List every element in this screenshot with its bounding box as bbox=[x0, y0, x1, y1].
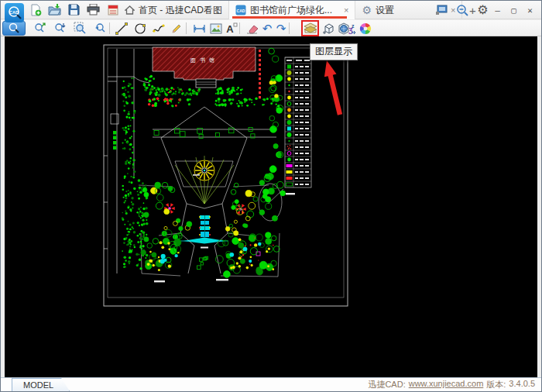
draw-spline-icon[interactable] bbox=[151, 21, 166, 36]
tab-bar: 首页 - 迅捷CAD看图 CAD 图书馆前广场绿化... × ⚙ 设置 × + bbox=[118, 1, 482, 19]
cube-3d-icon[interactable] bbox=[321, 21, 336, 36]
zoom-out-icon[interactable] bbox=[455, 2, 469, 17]
toolbar-separator bbox=[109, 22, 110, 34]
zoom-previous-icon[interactable] bbox=[92, 21, 108, 36]
draw-pencil-icon[interactable] bbox=[169, 21, 184, 36]
status-bar: MODEL 迅捷CAD: www.xunjiecad.com 版本: 3.4.0… bbox=[1, 377, 541, 391]
draw-circle-icon[interactable] bbox=[132, 21, 148, 36]
layer-display-icon[interactable] bbox=[303, 21, 318, 36]
measure-icon[interactable] bbox=[191, 21, 207, 36]
undo-icon[interactable]: ↶ bbox=[259, 21, 275, 36]
toolbar: A ↶ ↷ ʒz bbox=[1, 20, 541, 36]
remote-assist-icon[interactable] bbox=[434, 2, 448, 17]
zoom-in-icon[interactable] bbox=[32, 21, 47, 36]
tab-drawing-close-icon[interactable]: × bbox=[344, 5, 348, 15]
svg-text:CAD: CAD bbox=[237, 9, 245, 13]
svg-text:A: A bbox=[226, 23, 234, 34]
quick-access-toolbar bbox=[29, 3, 119, 16]
redo-icon[interactable]: ↷ bbox=[273, 21, 289, 36]
title-bar: CAD 首页 - 迅捷CAD看图 bbox=[1, 1, 541, 19]
toolbar-separator bbox=[186, 22, 187, 34]
zoom-window-icon[interactable] bbox=[72, 21, 87, 36]
version-label: 版本: bbox=[486, 379, 506, 390]
svg-text:CAD: CAD bbox=[9, 9, 19, 14]
cad-file-icon: CAD bbox=[235, 5, 246, 15]
website-link[interactable]: www.xunjiecad.com bbox=[409, 379, 484, 390]
tab-home[interactable]: 首页 - 迅捷CAD看图 bbox=[118, 1, 229, 19]
toolbar-separator bbox=[289, 22, 290, 34]
close-button[interactable]: ✕ bbox=[522, 1, 538, 19]
draw-line-icon[interactable] bbox=[114, 21, 129, 36]
open-folder-icon[interactable] bbox=[48, 3, 61, 16]
model-tab[interactable]: MODEL bbox=[12, 378, 70, 391]
maximize-button[interactable]: ▢ bbox=[506, 1, 522, 19]
print-icon[interactable] bbox=[87, 3, 100, 16]
layer-display-tooltip: 图层显示 bbox=[310, 43, 358, 60]
status-right: 迅捷CAD: www.xunjiecad.com 版本: 3.4.0.5 bbox=[368, 379, 535, 390]
minimize-button[interactable]: – bbox=[489, 1, 506, 19]
tab-drawing-label: 图书馆前广场绿化... bbox=[250, 4, 332, 17]
zoom-cursor-icon[interactable] bbox=[52, 21, 67, 36]
insert-text-icon[interactable]: A bbox=[224, 21, 239, 36]
insert-image-icon[interactable] bbox=[208, 21, 224, 36]
tab-settings-label: 设置 bbox=[376, 4, 394, 17]
svg-text:z: z bbox=[352, 23, 355, 29]
home-icon bbox=[125, 5, 135, 15]
tab-home-label: 首页 - 迅捷CAD看图 bbox=[139, 4, 222, 17]
pan-zoom-tool-selected[interactable] bbox=[2, 21, 26, 36]
background-color-icon[interactable] bbox=[358, 21, 373, 36]
export-pdf-icon[interactable] bbox=[106, 3, 119, 16]
tab-drawing[interactable]: CAD 图书馆前广场绿化... × bbox=[229, 1, 355, 19]
titlebar-right-icons: ⚙ bbox=[434, 2, 490, 17]
save-icon[interactable] bbox=[67, 3, 81, 16]
z-order-icon[interactable]: ʒz bbox=[345, 21, 357, 36]
eraser-icon[interactable] bbox=[244, 21, 259, 36]
app-window: CAD 首页 - 迅捷CAD看图 bbox=[0, 0, 542, 392]
gear-icon: ⚙ bbox=[362, 5, 372, 15]
settings-gear-icon[interactable]: ⚙ bbox=[475, 2, 490, 17]
brand-label: 迅捷CAD: bbox=[368, 379, 405, 390]
drawing-canvas[interactable] bbox=[5, 36, 537, 377]
new-file-icon[interactable] bbox=[29, 3, 42, 16]
window-controls: – ▢ ✕ bbox=[489, 1, 538, 19]
version-value: 3.4.0.5 bbox=[509, 379, 535, 390]
toolbar-separator bbox=[239, 22, 240, 34]
app-logo-icon[interactable]: CAD bbox=[5, 3, 24, 22]
